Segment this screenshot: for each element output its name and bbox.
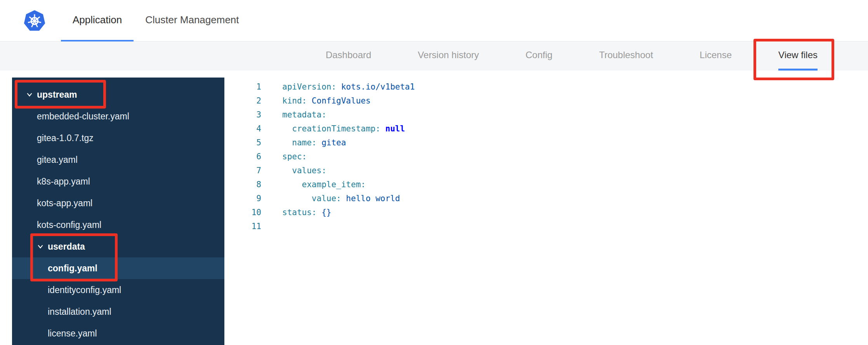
tree-item-label: identityconfig.yaml	[48, 285, 121, 295]
tree-folder-userdata[interactable]: userdata	[12, 236, 224, 257]
tree-file-installation-yaml[interactable]: installation.yaml	[12, 301, 224, 323]
line-number: 11	[224, 219, 261, 233]
tree-item-label: license.yaml	[48, 328, 97, 339]
tree-item-label: installation.yaml	[48, 307, 111, 317]
code-line: 9 value: hello world	[224, 191, 868, 205]
chevron-down-icon	[37, 243, 48, 250]
subnav-item-config[interactable]: Config	[526, 41, 552, 71]
kubernetes-logo-icon[interactable]	[23, 9, 46, 32]
tree-file-license-yaml[interactable]: license.yaml	[12, 323, 224, 344]
code-content: creationTimestamp: null	[282, 122, 405, 136]
tree-file-gitea-yaml[interactable]: gitea.yaml	[12, 149, 224, 171]
line-number: 1	[224, 80, 261, 94]
line-number: 7	[224, 164, 261, 178]
code-line: 7 values:	[224, 164, 868, 178]
tree-item-label: gitea.yaml	[37, 155, 78, 165]
tree-item-label: gitea-1.0.7.tgz	[37, 133, 94, 143]
subnav-item-license[interactable]: License	[700, 41, 732, 71]
code-content: name: gitea	[282, 136, 346, 150]
tree-item-label: userdata	[48, 242, 85, 252]
tree-file-k8s-app-yaml[interactable]: k8s-app.yaml	[12, 171, 224, 192]
code-line: 2kind: ConfigValues	[224, 94, 868, 108]
tree-file-identityconfig-yaml[interactable]: identityconfig.yaml	[12, 279, 224, 301]
code-content: values:	[282, 164, 326, 178]
subnav-item-dashboard[interactable]: Dashboard	[326, 41, 371, 71]
tree-folder-upstream[interactable]: upstream	[12, 84, 224, 105]
tree-item-label: config.yaml	[48, 263, 97, 274]
code-line: 3metadata:	[224, 108, 868, 122]
tree-file-kots-app-yaml[interactable]: kots-app.yaml	[12, 192, 224, 214]
code-content: value: hello world	[282, 191, 400, 205]
line-number: 3	[224, 108, 261, 122]
tree-item-label: kots-config.yaml	[37, 220, 101, 230]
code-line: 8 example_item:	[224, 178, 868, 191]
tree-item-label: kots-app.yaml	[37, 198, 92, 209]
code-content: example_item:	[282, 178, 366, 191]
code-content: apiVersion: kots.io/v1beta1	[282, 80, 415, 94]
tree-file-embedded-cluster-yaml[interactable]: embedded-cluster.yaml	[12, 105, 224, 127]
tab-cluster-management[interactable]: Cluster Management	[134, 0, 250, 41]
code-content: kind: ConfigValues	[282, 94, 371, 108]
code-line: 5 name: gitea	[224, 136, 868, 150]
yaml-file-viewer: 1apiVersion: kots.io/v1beta12kind: Confi…	[224, 71, 868, 345]
subnav-item-version-history[interactable]: Version history	[418, 41, 479, 71]
line-number: 5	[224, 136, 261, 150]
subnav-item-troubleshoot[interactable]: Troubleshoot	[599, 41, 653, 71]
line-number: 9	[224, 191, 261, 205]
tree-item-label: embedded-cluster.yaml	[37, 111, 129, 122]
tree-item-label: k8s-app.yaml	[37, 176, 90, 187]
header-tab-bar: ApplicationCluster Management	[61, 0, 251, 41]
line-number: 2	[224, 94, 261, 108]
tree-file-config-yaml[interactable]: config.yaml	[12, 257, 224, 279]
chevron-down-icon	[26, 91, 37, 98]
app-subnav: DashboardVersion historyConfigTroublesho…	[0, 41, 868, 71]
code-content: metadata:	[282, 108, 326, 122]
file-tree-sidebar: upstreamembedded-cluster.yamlgitea-1.0.7…	[12, 78, 224, 345]
line-number: 10	[224, 205, 261, 219]
code-content: status: {}	[282, 205, 331, 219]
code-line: 1apiVersion: kots.io/v1beta1	[224, 80, 868, 94]
code-line: 11	[224, 219, 868, 233]
subnav-item-view-files[interactable]: View files	[778, 41, 818, 71]
kots-admin-console: ApplicationCluster Management DashboardV…	[0, 0, 868, 345]
code-content: spec:	[282, 150, 307, 164]
line-number: 6	[224, 150, 261, 164]
code-line: 10status: {}	[224, 205, 868, 219]
code-line: 4 creationTimestamp: null	[224, 122, 868, 136]
code-line: 6spec:	[224, 150, 868, 164]
tree-item-label: upstream	[37, 90, 77, 100]
tab-application[interactable]: Application	[61, 0, 134, 41]
line-number: 4	[224, 122, 261, 136]
line-number: 8	[224, 178, 261, 191]
tree-file-kots-config-yaml[interactable]: kots-config.yaml	[12, 214, 224, 236]
app-header: ApplicationCluster Management	[0, 0, 868, 41]
tree-file-gitea-1-0-7-tgz[interactable]: gitea-1.0.7.tgz	[12, 127, 224, 149]
